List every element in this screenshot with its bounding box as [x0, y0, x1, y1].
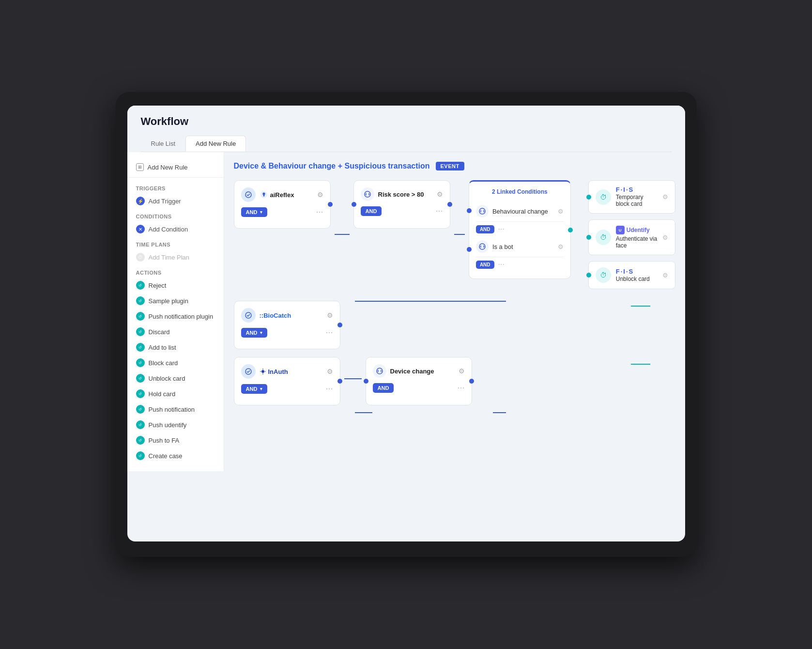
- aireflex-more-icon[interactable]: ···: [316, 207, 323, 217]
- sidebar-item-add-trigger[interactable]: ⚡ Add Trigger: [127, 193, 224, 209]
- sidebar-item-add-to-list-label: Add to list: [149, 344, 176, 351]
- action-unblock-label: Unblock card: [616, 276, 650, 282]
- aireflex-and-badge[interactable]: AND ▾: [241, 207, 268, 217]
- linked-more-icon-1[interactable]: ···: [498, 225, 505, 233]
- udentify-logo: U Udentify: [616, 226, 658, 234]
- action-auth-face: ⏱ U Udentify Authenticate: [588, 219, 675, 255]
- sidebar-item-reject[interactable]: ↺ Reject: [127, 278, 224, 293]
- sidebar-item-block-card-label: Block card: [149, 359, 178, 367]
- actions-column: ⏱ F·I·S Temporary block card ⚙: [588, 180, 675, 293]
- sidebar-item-unblock-card-label: Unblock card: [149, 375, 185, 382]
- sidebar-item-push-notification[interactable]: ↺ Push notification: [127, 402, 224, 417]
- condition-behavioural-change-settings[interactable]: ⚙: [558, 208, 564, 215]
- sidebar-item-push-notification-plugin-label: Push notification plugin: [149, 313, 214, 320]
- sidebar-item-push-udentify[interactable]: ↺ Push udentify: [127, 417, 224, 433]
- action-unblock-icon: ⏱: [596, 267, 611, 283]
- action-auth-face-settings-icon[interactable]: ⚙: [662, 234, 668, 241]
- row2: ::BioCatch ⚙ AND ▾ ···: [234, 301, 675, 349]
- sidebar-item-push-to-fa-label: Push to FA: [149, 437, 180, 444]
- aireflex-settings-icon[interactable]: ⚙: [317, 191, 323, 199]
- sidebar-item-add-to-list[interactable]: ↺ Add to list: [127, 340, 224, 355]
- linked-more-icon-2[interactable]: ···: [498, 260, 505, 269]
- device-change-title: Device change: [390, 368, 455, 375]
- aireflex-brain-icon: [260, 190, 268, 199]
- fis-logo-1: F·I·S: [616, 186, 658, 193]
- linked-conditions-left-dot-top: [467, 208, 472, 213]
- inauth-logo: InAuth: [268, 368, 288, 375]
- risk-score-left-dot: [352, 202, 356, 207]
- biocatch-settings-icon[interactable]: ⚙: [327, 311, 333, 319]
- condition-is-a-bot-settings[interactable]: ⚙: [558, 243, 564, 250]
- inauth-and-badge[interactable]: AND ▾: [241, 384, 268, 394]
- sidebar-item-push-notification-label: Push notification: [149, 406, 195, 413]
- condition-and-row-1: AND ···: [476, 225, 564, 233]
- fis-logo-3: F·I·S: [616, 268, 650, 275]
- sidebar-item-block-card[interactable]: ↺ Block card: [127, 355, 224, 371]
- risk-score-right-dot: [447, 202, 452, 207]
- condition-is-a-bot: Is a bot ⚙: [476, 236, 564, 257]
- inauth-settings-icon[interactable]: ⚙: [327, 368, 333, 375]
- biocatch-more-icon[interactable]: ···: [325, 327, 333, 338]
- device-change-left-dot: [364, 379, 368, 384]
- row3: InAuth ⚙ AND ▾ ···: [234, 357, 675, 405]
- event-badge: EVENT: [436, 162, 464, 170]
- sidebar-item-unblock-card[interactable]: ↺ Unblock card: [127, 371, 224, 386]
- canvas-area: Device & Behaviour change + Suspicious t…: [224, 152, 685, 471]
- node-risk-score: Risk score > 80 ⚙ AND ···: [353, 180, 450, 229]
- node-device-change: Device change ⚙ AND ···: [366, 357, 472, 405]
- sidebar-item-hold-card[interactable]: ↺ Hold card: [127, 386, 224, 402]
- condition-behavioural-change: Behavioural change ⚙: [476, 201, 564, 222]
- risk-score-more-icon[interactable]: ···: [435, 206, 443, 216]
- sidebar-item-add-trigger-label: Add Trigger: [149, 198, 181, 205]
- device-change-and-badge[interactable]: AND: [373, 383, 394, 393]
- biocatch-logo: ::BioCatch: [260, 312, 291, 319]
- linked-and-badge-2[interactable]: AND: [476, 261, 494, 269]
- action-auth-face-icon: ⏱: [596, 230, 611, 245]
- action-temp-block-settings-icon[interactable]: ⚙: [662, 193, 668, 201]
- sidebar-item-sample-plugin[interactable]: ↺ Sample plugin: [127, 293, 224, 309]
- device-change-more-icon[interactable]: ···: [457, 383, 464, 393]
- sidebar-item-create-case-label: Create case: [149, 452, 183, 460]
- risk-score-settings-icon[interactable]: ⚙: [437, 190, 443, 198]
- device-change-settings-icon[interactable]: ⚙: [459, 367, 465, 375]
- biocatch-and-badge[interactable]: AND ▾: [241, 328, 268, 338]
- sidebar: ⊞ Add New Rule Triggers ⚡ Add Trigger Co…: [127, 152, 224, 471]
- sidebar-item-add-time-plan[interactable]: ⏱ Add Time Plan: [127, 249, 224, 265]
- action-unblock-left-dot: [586, 273, 591, 278]
- sidebar-item-push-notification-plugin[interactable]: ↺ Push notification plugin: [127, 309, 224, 324]
- sidebar-add-rule[interactable]: ⊞ Add New Rule: [127, 160, 224, 174]
- linked-conditions-left-dot-bottom: [467, 247, 472, 252]
- action-auth-face-left-dot: [586, 235, 591, 240]
- sidebar-section-actions: Actions: [127, 265, 224, 278]
- sidebar-item-discard-label: Discard: [149, 328, 170, 336]
- inauth-gear-icon: [260, 368, 266, 375]
- sidebar-item-push-to-fa[interactable]: ↺ Push to FA: [127, 433, 224, 448]
- inauth-more-icon[interactable]: ···: [325, 384, 333, 394]
- node-inauth: InAuth ⚙ AND ▾ ···: [234, 357, 340, 405]
- sidebar-item-sample-plugin-label: Sample plugin: [149, 297, 188, 305]
- linked-conditions-right-dot: [568, 228, 573, 232]
- action-temp-block: ⏱ F·I·S Temporary block card ⚙: [588, 180, 675, 214]
- action-temp-block-label: Temporary block card: [616, 194, 658, 207]
- tab-add-new-rule[interactable]: Add New Rule: [185, 136, 246, 152]
- aireflex-title: aiReflex: [270, 191, 313, 199]
- tab-rule-list[interactable]: Rule List: [141, 136, 186, 152]
- node-aireflex: aiReflex ⚙ AND ▾ ···: [234, 180, 331, 229]
- tabs-bar: Rule List Add New Rule: [141, 136, 672, 152]
- device-change-right-dot: [469, 379, 474, 384]
- sidebar-item-add-condition-label: Add Condition: [149, 226, 188, 233]
- sidebar-item-add-condition[interactable]: ✕ Add Condition: [127, 221, 224, 237]
- biocatch-right-dot: [337, 323, 342, 327]
- sidebar-add-rule-label: Add New Rule: [148, 164, 188, 171]
- linked-and-badge-1[interactable]: AND: [476, 225, 494, 233]
- sidebar-item-add-time-plan-label: Add Time Plan: [149, 254, 190, 261]
- linked-conditions-card: 2 Linked Conditions Behavioural change: [469, 180, 571, 279]
- risk-score-title: Risk score > 80: [378, 191, 433, 198]
- sidebar-item-create-case[interactable]: ↺ Create case: [127, 448, 224, 464]
- action-unblock-settings-icon[interactable]: ⚙: [662, 272, 668, 279]
- aireflex-right-dot: [328, 202, 333, 207]
- risk-score-and-badge[interactable]: AND: [361, 206, 382, 216]
- sidebar-section-time-plans: Time Plans: [127, 237, 224, 249]
- sidebar-item-discard[interactable]: ↺ Discard: [127, 324, 224, 340]
- inauth-right-dot: [337, 379, 342, 384]
